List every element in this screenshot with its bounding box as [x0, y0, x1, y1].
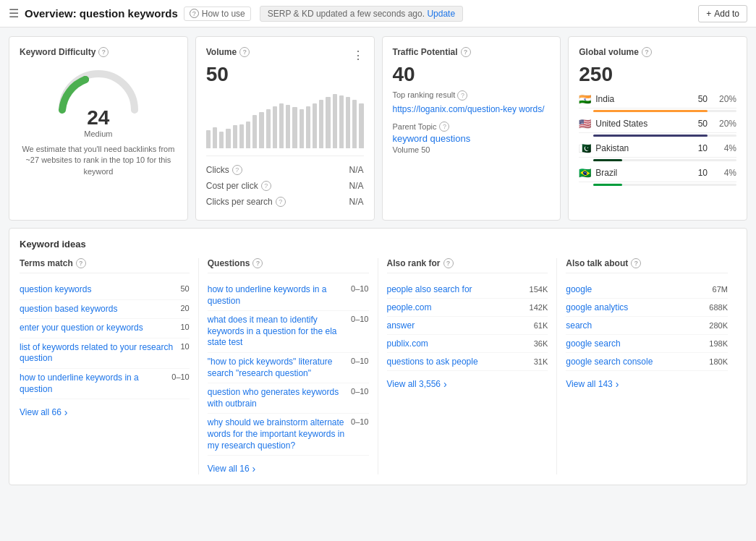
- update-button[interactable]: Update: [427, 9, 455, 19]
- parent-topic-help-icon[interactable]: ?: [439, 122, 449, 132]
- keyword-link[interactable]: why should we brainstorm alternate words…: [208, 417, 347, 451]
- ranking-url-link[interactable]: https://loganix.com/question-key words/: [393, 104, 545, 114]
- terms-match-column: Terms match ? question keywords50questio…: [20, 258, 199, 474]
- keyword-link[interactable]: question keywords: [20, 284, 177, 296]
- country-name: India: [595, 94, 681, 104]
- keyword-link[interactable]: question who generates keywords with out…: [208, 387, 347, 409]
- countries-container: 🇮🇳 India 50 20% 🇺🇸 United States 50 20% …: [579, 90, 736, 189]
- talk-link[interactable]: google analytics: [566, 302, 628, 312]
- talk-link[interactable]: google search: [566, 338, 620, 349]
- keyword-volume: 10: [181, 323, 190, 331]
- cps-row: Clicks per search ? N/A: [206, 194, 364, 210]
- talk-link[interactable]: google: [566, 284, 592, 294]
- tp-value: 40: [393, 63, 551, 86]
- volume-card-title: Volume ?: [206, 47, 250, 57]
- page-title: Overview: question keywords: [25, 7, 178, 20]
- keyword-link[interactable]: "how to pick keywords" literature search…: [208, 357, 347, 379]
- menu-icon[interactable]: ☰: [9, 7, 19, 20]
- also-rank-item: questions to ask people31K: [387, 353, 548, 371]
- flag-icon: 🇺🇸: [579, 118, 591, 129]
- keyword-link[interactable]: list of keywords related to your researc…: [20, 342, 177, 365]
- keyword-link[interactable]: what does it mean to identify keywords i…: [208, 315, 347, 349]
- volume-bar: [319, 100, 323, 148]
- country-volume: 10: [686, 143, 708, 153]
- cpc-help-icon[interactable]: ?: [261, 181, 271, 191]
- question-item: question who generates keywords with out…: [208, 383, 369, 414]
- keyword-link[interactable]: question based keywords: [20, 304, 177, 315]
- cps-help-icon[interactable]: ?: [276, 197, 286, 207]
- terms-match-view-all[interactable]: View all 66 ›: [20, 406, 190, 418]
- country-name: Pakistan: [595, 143, 681, 153]
- rank-volume: 61K: [534, 321, 548, 330]
- stats-row: Keyword Difficulty ? 24 Medium We estima…: [9, 36, 747, 221]
- volume-help-icon[interactable]: ?: [239, 47, 250, 57]
- question-item: "how to pick keywords" literature search…: [208, 353, 369, 383]
- questions-view-all[interactable]: View all 16 ›: [208, 463, 369, 474]
- gv-help-icon[interactable]: ?: [642, 47, 652, 57]
- rank-link[interactable]: people.com: [387, 302, 432, 312]
- keyword-link[interactable]: how to underline keywords in a question: [20, 372, 167, 395]
- add-to-button[interactable]: + Add to: [698, 5, 747, 22]
- questions-items: how to underline keywords in a question0…: [208, 281, 369, 456]
- rank-link[interactable]: publix.com: [387, 338, 428, 349]
- tp-help-icon[interactable]: ?: [461, 47, 471, 57]
- country-bar: [593, 184, 622, 186]
- talk-volume: 280K: [709, 321, 728, 330]
- talk-link[interactable]: search: [566, 320, 592, 331]
- also-rank-help-icon[interactable]: ?: [443, 258, 454, 268]
- talk-volume: 67M: [713, 285, 728, 294]
- also-talk-about-help-icon[interactable]: ?: [631, 258, 641, 268]
- clicks-help-icon[interactable]: ?: [232, 165, 242, 175]
- volume-bar: [279, 103, 284, 149]
- how-to-use-button[interactable]: ? How to use: [184, 7, 251, 21]
- plus-icon: +: [706, 9, 711, 19]
- kd-help-icon[interactable]: ?: [98, 47, 109, 57]
- rank-link[interactable]: questions to ask people: [387, 357, 478, 367]
- volume-bar: [266, 109, 271, 148]
- also-talk-view-all[interactable]: View all 143 ›: [566, 378, 728, 390]
- volume-bar: [346, 97, 350, 148]
- volume-bar: [300, 109, 304, 148]
- parent-topic-link[interactable]: keyword questions: [393, 133, 551, 144]
- rank-link[interactable]: people also search for: [387, 284, 472, 294]
- questions-column: Questions ? how to underline keywords in…: [199, 258, 378, 474]
- volume-bar: [273, 106, 277, 148]
- question-item: how to underline keywords in a question0…: [208, 281, 369, 311]
- volume-more-button[interactable]: ⋮: [352, 48, 364, 62]
- also-talk-item: google search console180K: [566, 353, 728, 371]
- also-rank-view-all[interactable]: View all 3,556 ›: [387, 378, 548, 390]
- also-talk-about-title: Also talk about ?: [566, 258, 728, 273]
- volume-bar: [352, 100, 357, 148]
- kd-label: Medium: [84, 129, 112, 138]
- volume-bar: [233, 125, 237, 148]
- volume-bar: [333, 94, 337, 148]
- tp-card-title: Traffic Potential ?: [393, 47, 551, 57]
- chevron-right-icon: ›: [64, 406, 68, 418]
- country-bar: [593, 159, 622, 161]
- clicks-value: N/A: [349, 165, 363, 175]
- keyword-volume: 0–10: [351, 417, 368, 426]
- cps-label: Clicks per search ?: [206, 197, 286, 207]
- also-rank-for-title: Also rank for ?: [387, 258, 548, 273]
- country-pct: 4%: [712, 143, 736, 153]
- flag-icon: 🇧🇷: [579, 167, 591, 179]
- question-item: why should we brainstorm alternate words…: [208, 414, 369, 456]
- terms-match-help-icon[interactable]: ?: [76, 258, 86, 268]
- country-volume: 50: [686, 119, 708, 129]
- volume-bar: [259, 112, 263, 148]
- status-bar: SERP & KD updated a few seconds ago. Upd…: [260, 6, 463, 22]
- keyword-volume: 0–10: [351, 315, 368, 323]
- keyword-link[interactable]: enter your question or keywords: [20, 323, 177, 334]
- rank-link[interactable]: answer: [387, 320, 415, 331]
- questions-help-icon[interactable]: ?: [252, 258, 263, 268]
- cpc-value: N/A: [349, 181, 363, 191]
- global-volume-card: Global volume ? 250 🇮🇳 India 50 20% 🇺🇸 U…: [568, 36, 747, 221]
- rank-volume: 31K: [534, 357, 548, 366]
- also-talk-item: google search198K: [566, 335, 728, 353]
- top-ranking-help-icon[interactable]: ?: [457, 90, 467, 101]
- country-name: Brazil: [595, 168, 681, 178]
- country-pct: 20%: [712, 119, 736, 129]
- keyword-link[interactable]: how to underline keywords in a question: [208, 284, 347, 307]
- volume-header: Volume ? ⋮: [206, 47, 364, 63]
- talk-link[interactable]: google search console: [566, 357, 653, 367]
